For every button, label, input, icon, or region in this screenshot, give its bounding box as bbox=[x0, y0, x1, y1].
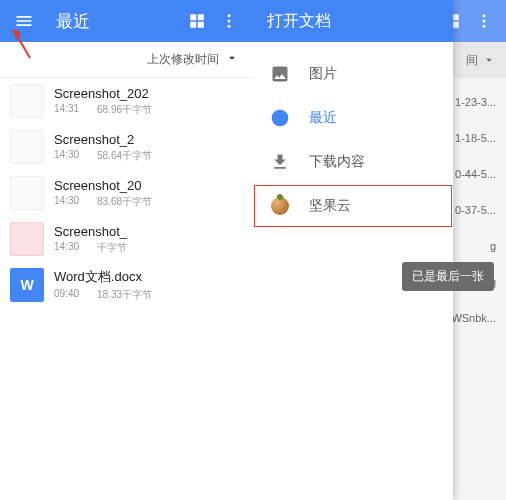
word-doc-icon: W bbox=[10, 268, 44, 302]
svg-point-2 bbox=[228, 25, 231, 28]
svg-point-1 bbox=[228, 20, 231, 23]
file-time: 14:30 bbox=[54, 195, 79, 209]
appbar-title: 最近 bbox=[56, 10, 181, 33]
file-row[interactable]: WWord文档.docx09:4018.33千字节 bbox=[0, 262, 253, 308]
file-size: 83.68千字节 bbox=[97, 195, 152, 209]
drawer-item-label: 最近 bbox=[309, 109, 337, 127]
file-row[interactable]: Screenshot_14:30千字节 bbox=[0, 216, 253, 262]
file-list: Screenshot_20214:3168.96千字节Screenshot_21… bbox=[0, 78, 253, 308]
drawer-list: 图片最近下载内容坚果云 bbox=[253, 42, 453, 238]
recent-icon bbox=[269, 107, 291, 129]
chevron-down-icon bbox=[225, 51, 239, 69]
drawer-title: 打开文档 bbox=[253, 0, 453, 42]
file-size: 18.33千字节 bbox=[97, 288, 152, 302]
image-thumbnail bbox=[10, 84, 44, 118]
file-name: Word文档.docx bbox=[54, 268, 241, 286]
file-name: Screenshot_202 bbox=[54, 86, 241, 101]
file-row[interactable]: Screenshot_214:3058.64千字节 bbox=[0, 124, 253, 170]
svg-point-4 bbox=[483, 20, 486, 23]
svg-point-3 bbox=[483, 14, 486, 17]
svg-point-5 bbox=[483, 25, 486, 28]
file-time: 14:30 bbox=[54, 149, 79, 163]
file-row[interactable]: Screenshot_20214:3168.96千字节 bbox=[0, 78, 253, 124]
file-name: Screenshot_ bbox=[54, 224, 241, 239]
file-size: 千字节 bbox=[97, 241, 127, 255]
sort-label: 上次修改时间 bbox=[147, 51, 219, 68]
file-row[interactable]: Screenshot_2014:3083.68千字节 bbox=[0, 170, 253, 216]
file-name: Screenshot_2 bbox=[54, 132, 241, 147]
more-icon[interactable] bbox=[468, 5, 500, 37]
drawer-item-image[interactable]: 图片 bbox=[253, 52, 453, 96]
drawer-item-download[interactable]: 下载内容 bbox=[253, 140, 453, 184]
drawer-item-label: 坚果云 bbox=[309, 197, 351, 215]
toast-message: 已是最后一张 bbox=[402, 262, 494, 291]
recent-files-panel: 最近 上次修改时间 Screenshot_20214:3168.96千字节Scr… bbox=[0, 0, 253, 500]
drawer-item-label: 下载内容 bbox=[309, 153, 365, 171]
drawer-item-nut[interactable]: 坚果云 bbox=[253, 184, 453, 228]
nav-drawer: 打开文档 图片最近下载内容坚果云 bbox=[253, 0, 453, 500]
image-thumbnail bbox=[10, 176, 44, 210]
image-thumbnail bbox=[10, 130, 44, 164]
appbar: 最近 bbox=[0, 0, 253, 42]
open-document-panel: 间 1-23-3...1-18-5...0-44-5...0-37-5...gg… bbox=[253, 0, 506, 500]
drawer-item-recent[interactable]: 最近 bbox=[253, 96, 453, 140]
drawer-item-label: 图片 bbox=[309, 65, 337, 83]
image-icon bbox=[269, 63, 291, 85]
file-time: 14:31 bbox=[54, 103, 79, 117]
image-thumbnail bbox=[10, 222, 44, 256]
download-icon bbox=[269, 151, 291, 173]
sort-bar[interactable]: 上次修改时间 bbox=[0, 42, 253, 78]
nut-icon bbox=[269, 195, 291, 217]
file-size: 58.64千字节 bbox=[97, 149, 152, 163]
file-time: 14:30 bbox=[54, 241, 79, 255]
menu-icon[interactable] bbox=[8, 5, 40, 37]
file-name: Screenshot_20 bbox=[54, 178, 241, 193]
file-time: 09:40 bbox=[54, 288, 79, 302]
file-size: 68.96千字节 bbox=[97, 103, 152, 117]
svg-point-0 bbox=[228, 14, 231, 17]
grid-view-icon[interactable] bbox=[181, 5, 213, 37]
more-icon[interactable] bbox=[213, 5, 245, 37]
